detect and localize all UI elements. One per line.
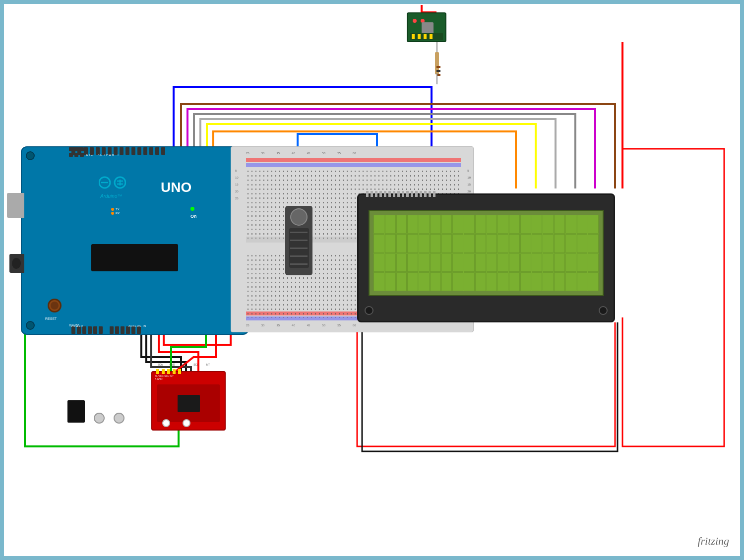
tx-rx-leds: TX RX bbox=[111, 208, 120, 215]
pot-body bbox=[289, 228, 309, 268]
border-top bbox=[0, 0, 744, 4]
pot-knob[interactable] bbox=[290, 208, 308, 226]
imu-solder-pads bbox=[162, 419, 190, 427]
arduino-brand-label: Arduino™ bbox=[100, 193, 122, 199]
capacitor-1 bbox=[94, 413, 105, 424]
lcd-mount-left bbox=[365, 306, 373, 315]
fritzing-text: fritzing bbox=[697, 535, 729, 547]
corner-hole bbox=[26, 151, 35, 160]
lcd-screen: // We'll render these via JS below bbox=[369, 210, 604, 296]
imu-chip bbox=[178, 395, 200, 412]
imu-sensor-inner bbox=[157, 384, 220, 422]
breadboard-rail-red-top bbox=[246, 158, 461, 162]
breadboard-col-numbers-bottom: 25 30 35 40 45 50 55 60 bbox=[246, 324, 356, 327]
lcd-mount-right bbox=[599, 306, 608, 315]
border-bottom bbox=[0, 556, 744, 560]
breadboard-rail-blue-top bbox=[246, 163, 461, 167]
power-analog-pins bbox=[71, 326, 141, 334]
main-chip bbox=[91, 244, 178, 271]
digital-label: DIGITAL (PWM~) bbox=[86, 153, 120, 156]
voltage-regulator bbox=[67, 400, 85, 423]
usb-port bbox=[7, 193, 24, 218]
lcd-pin-header bbox=[366, 191, 435, 197]
on-label: On bbox=[190, 214, 197, 219]
main-canvas: UNO Arduino™ DIGITAL (P bbox=[0, 0, 744, 560]
fritzing-watermark: fritzing bbox=[697, 535, 729, 548]
uno-label: UNO bbox=[161, 180, 191, 195]
power-jack bbox=[9, 254, 24, 273]
potentiometer bbox=[285, 206, 312, 275]
arduino-logo-area bbox=[99, 175, 126, 192]
icsp1-header bbox=[69, 147, 84, 157]
corner-hole bbox=[26, 321, 35, 330]
capacitor-2 bbox=[114, 413, 124, 424]
analog-label: ANALOG IN bbox=[128, 324, 146, 327]
arduino-board: UNO Arduino™ DIGITAL (P bbox=[21, 146, 249, 335]
imu-sensor: SDA GND VCC SCL INT SL VCC SCL INT A GND bbox=[151, 371, 226, 431]
reset-label: RESET bbox=[45, 317, 57, 320]
icsp1-label: ICSP2 bbox=[69, 323, 79, 327]
rotary-button bbox=[407, 12, 446, 42]
lcd-display: // We'll render these via JS below bbox=[357, 193, 615, 322]
imu-text: SL VCC SCL INT A GND bbox=[155, 374, 174, 380]
reset-button[interactable] bbox=[48, 299, 62, 312]
resistor bbox=[434, 42, 440, 84]
breadboard-row-numbers: 5 10 15 20 25 bbox=[235, 169, 239, 200]
on-led-area: On bbox=[190, 207, 197, 220]
imu-pin-labels: SDA GND VCC SCL INT bbox=[155, 363, 213, 366]
border-right bbox=[740, 0, 744, 560]
border-left bbox=[0, 0, 4, 560]
breadboard-col-numbers-top: 25 30 35 40 45 50 55 60 bbox=[246, 152, 356, 155]
imu-pins bbox=[156, 369, 181, 374]
lcd-inner: // We'll render these via JS below bbox=[373, 215, 599, 291]
